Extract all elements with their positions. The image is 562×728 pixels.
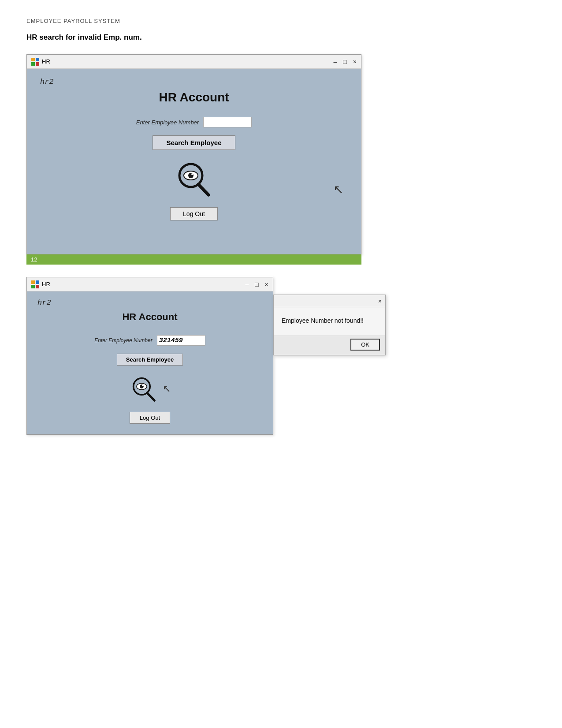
dialog-close-btn[interactable]: × xyxy=(378,298,382,305)
titlebar-controls-1: – □ × xyxy=(334,59,357,65)
svg-rect-9 xyxy=(31,280,35,284)
titlebar-1: HR – □ × xyxy=(27,55,361,69)
svg-point-17 xyxy=(142,385,143,386)
titlebar-2: HR – □ × xyxy=(27,277,273,291)
minimize-btn-1[interactable]: – xyxy=(334,59,337,65)
window-body-1: hr2 HR Account Enter Employee Number Sea… xyxy=(27,69,361,254)
app-icon-2 xyxy=(31,280,39,288)
magnifier-icon-2 xyxy=(130,374,158,403)
titlebar-controls-2: – □ × xyxy=(246,281,268,287)
svg-rect-2 xyxy=(31,62,35,66)
close-btn-1[interactable]: × xyxy=(353,59,357,65)
page-number-bar: 12 xyxy=(26,254,361,265)
window-1: HR – □ × hr2 HR Account Enter Employee N… xyxy=(26,54,361,254)
svg-rect-3 xyxy=(36,62,39,66)
titlebar-left-2: HR xyxy=(31,280,50,288)
titlebar-left-1: HR xyxy=(31,58,50,66)
form-row-2: Enter Employee Number xyxy=(37,335,262,346)
search-employee-btn-2[interactable]: Search Employee xyxy=(117,354,183,366)
window-body-2: hr2 HR Account Enter Employee Number Sea… xyxy=(27,291,273,434)
maximize-btn-2[interactable]: □ xyxy=(255,281,258,287)
error-dialog: × Employee Number not found!! OK xyxy=(273,295,386,355)
dialog-message: Employee Number not found!! xyxy=(282,317,377,324)
titlebar-app-label-1: HR xyxy=(42,58,50,65)
window-wrapper-1: HR – □ × hr2 HR Account Enter Employee N… xyxy=(26,54,361,265)
cursor-2: ↖ xyxy=(163,383,171,403)
svg-rect-1 xyxy=(36,58,39,61)
svg-rect-0 xyxy=(31,58,35,61)
ok-btn[interactable]: OK xyxy=(350,339,380,351)
field-label-2: Enter Employee Number xyxy=(94,337,152,343)
magnifier-area-1 xyxy=(40,159,348,198)
dialog-body: Employee Number not found!! xyxy=(274,307,385,336)
hr-account-title-1: HR Account xyxy=(40,90,348,105)
form-row-1: Enter Employee Number xyxy=(40,117,348,127)
window-2: HR – □ × hr2 HR Account Enter Employee N… xyxy=(26,277,273,435)
emp-number-input-1[interactable] xyxy=(203,117,252,127)
svg-rect-10 xyxy=(36,280,39,284)
logout-btn-1[interactable]: Log Out xyxy=(170,207,218,220)
close-btn-2[interactable]: × xyxy=(265,281,268,287)
svg-line-4 xyxy=(198,184,208,195)
svg-line-13 xyxy=(147,393,154,400)
section-title: HR search for invalid Emp. num. xyxy=(26,33,536,42)
svg-rect-12 xyxy=(36,285,39,288)
dialog-footer: OK xyxy=(274,336,385,355)
window-label-1: hr2 xyxy=(40,78,348,86)
emp-number-input-2[interactable] xyxy=(157,335,205,346)
second-section: HR – □ × hr2 HR Account Enter Employee N… xyxy=(26,277,536,435)
titlebar-app-label-2: HR xyxy=(42,281,50,287)
app-icon-1 xyxy=(31,58,39,66)
magnifier-icon-1 xyxy=(174,159,214,198)
svg-point-8 xyxy=(191,173,193,175)
svg-rect-11 xyxy=(31,285,35,288)
dialog-titlebar: × xyxy=(274,295,385,307)
window-label-2: hr2 xyxy=(37,299,262,307)
minimize-btn-2[interactable]: – xyxy=(246,281,249,287)
magnifier-area-2: ↖ xyxy=(37,374,262,403)
search-employee-btn-1[interactable]: Search Employee xyxy=(153,135,235,150)
field-label-1: Enter Employee Number xyxy=(136,119,199,126)
hr-account-title-2: HR Account xyxy=(37,311,262,323)
logout-btn-2[interactable]: Log Out xyxy=(130,412,170,424)
page-header: EMPLOYEE PAYROLL SYSTEM xyxy=(26,18,536,24)
maximize-btn-1[interactable]: □ xyxy=(343,59,346,65)
